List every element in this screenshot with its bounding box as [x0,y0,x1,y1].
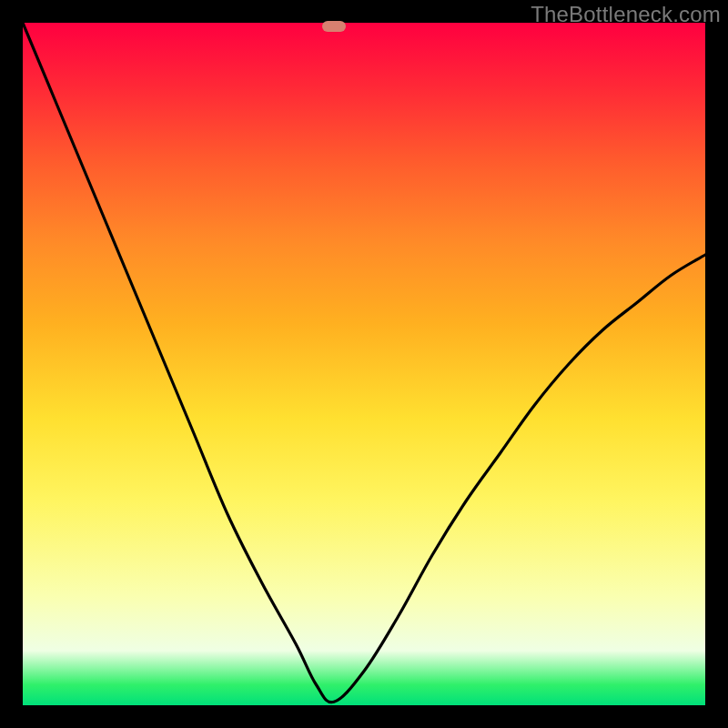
optimal-point-marker [322,21,346,32]
bottleneck-curve [23,23,705,705]
chart-frame: TheBottleneck.com [0,0,728,728]
plot-area [23,23,705,705]
